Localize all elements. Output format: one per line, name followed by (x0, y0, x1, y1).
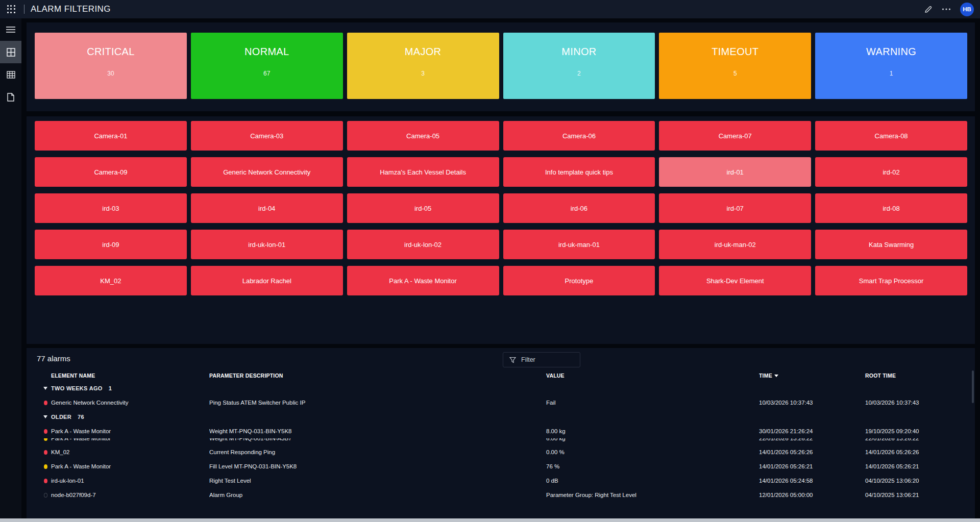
element-tile[interactable]: ird-05 (347, 193, 499, 223)
status-card-count: 5 (733, 70, 737, 77)
element-tile[interactable]: Prototype (503, 266, 655, 295)
column-header-root-time[interactable]: ROOT TIME (865, 372, 975, 379)
group-label: TWO WEEKS AGO (51, 385, 103, 391)
funnel-icon (509, 357, 516, 363)
alarm-element: Park A - Waste Monitor (51, 463, 209, 469)
element-tile[interactable]: ird-uk-man-02 (659, 230, 811, 259)
element-tile[interactable]: Shark-Dev Element (659, 266, 811, 295)
horizontal-scrollbar[interactable] (0, 518, 980, 522)
alarm-row[interactable]: node-b027f09d-7 Alarm Group Parameter Gr… (40, 488, 975, 502)
alarm-element: Generic Network Connectivity (51, 400, 209, 406)
status-card-timeout[interactable]: TIMEOUT 5 (659, 33, 811, 99)
alarm-time: 10/03/2026 10:37:43 (759, 400, 865, 406)
alarm-root-time: 04/10/2025 13:06:20 (865, 478, 975, 484)
alarm-row[interactable]: Generic Network Connectivity Ping Status… (40, 395, 975, 410)
element-tile-highlighted[interactable]: ird-01 (659, 157, 811, 187)
collapse-caret-icon[interactable] (43, 387, 47, 390)
status-card-critical[interactable]: CRITICAL 30 (35, 33, 187, 99)
alarm-value: 0 dB (546, 478, 759, 484)
alarm-value: Fail (546, 400, 759, 406)
table-grid-icon (7, 71, 15, 79)
alarm-row[interactable]: ird-uk-lon-01 Right Test Level 0 dB 14/0… (40, 474, 975, 488)
column-header-time[interactable]: TIME (759, 372, 865, 379)
group-count: 1 (109, 385, 112, 391)
element-tile[interactable]: Camera-09 (35, 157, 187, 187)
group-cell: TWO WEEKS AGO1 (51, 385, 209, 391)
scrollbar-thumb[interactable] (972, 370, 974, 403)
column-header-value[interactable]: VALUE (546, 372, 759, 379)
column-header-element[interactable]: ELEMENT NAME (51, 372, 209, 379)
more-options-icon[interactable] (942, 8, 951, 11)
element-tile[interactable]: Camera-03 (191, 121, 343, 151)
status-card-count: 1 (890, 70, 893, 77)
status-card-count: 2 (577, 70, 581, 77)
group-count: 76 (78, 414, 84, 420)
severity-dot (44, 429, 47, 434)
sidebar-item-dashboard[interactable] (0, 41, 21, 63)
alarm-parameter: Fill Level MT-PNQ-031-BIN-Y5K8 (209, 463, 546, 469)
element-tile[interactable]: Camera-05 (347, 121, 499, 151)
element-tile[interactable]: ird-02 (815, 157, 967, 187)
severity-dot (44, 464, 47, 469)
element-tile[interactable]: Smart Trap Processor (815, 266, 967, 295)
title-divider (24, 5, 24, 14)
alarm-row[interactable]: Park A - Waste Monitor Weight MT-PNQ-031… (40, 424, 975, 438)
element-tile[interactable]: Hamza's Each Vessel Details (347, 157, 499, 187)
element-tile[interactable]: ird-09 (35, 230, 187, 259)
element-tile[interactable]: Park A - Waste Monitor (347, 266, 499, 295)
status-card-label: TIMEOUT (712, 46, 758, 58)
alarm-element: ird-uk-lon-01 (51, 478, 209, 484)
status-card-major[interactable]: MAJOR 3 (347, 33, 499, 99)
element-tile[interactable]: ird-04 (191, 193, 343, 223)
element-tile[interactable]: Labrador Rachel (191, 266, 343, 295)
element-tile[interactable]: KM_02 (35, 266, 187, 295)
alarm-parameter: Ping Status ATEM Switcher Public IP (209, 400, 546, 406)
element-tile[interactable]: ird-07 (659, 193, 811, 223)
alarm-value: 8.00 kg (546, 428, 759, 434)
element-tile[interactable]: ird-uk-man-01 (503, 230, 655, 259)
edit-pencil-icon[interactable] (924, 5, 933, 14)
alarm-row-clipped[interactable]: Park A - Waste Monitor Weight MT-PNQ-001… (40, 438, 975, 445)
alarm-time: 22/01/2026 13:26:22 (759, 438, 865, 445)
alarm-value: 6.00 kg (546, 438, 759, 445)
alarm-group-row[interactable]: TWO WEEKS AGO1 (40, 381, 975, 395)
element-tile[interactable]: Camera-06 (503, 121, 655, 151)
element-tile[interactable]: Camera-01 (35, 121, 187, 151)
status-card-label: CRITICAL (87, 46, 135, 58)
element-tile[interactable]: ird-03 (35, 193, 187, 223)
element-tile[interactable]: ird-08 (815, 193, 967, 223)
element-tile[interactable]: ird-uk-lon-02 (347, 230, 499, 259)
alarm-group-row[interactable]: OLDER76 (40, 410, 975, 424)
element-tile[interactable]: Generic Network Connectivity (191, 157, 343, 187)
column-header-parameter[interactable]: PARAMETER DESCRIPTION (209, 372, 546, 379)
alarm-root-time: 22/01/2026 13:26:22 (865, 438, 975, 445)
collapse-caret-icon[interactable] (43, 415, 47, 418)
element-tile[interactable]: ird-uk-lon-01 (191, 230, 343, 259)
severity-dot (44, 450, 47, 455)
avatar[interactable]: HB (960, 3, 974, 16)
status-card-minor[interactable]: MINOR 2 (503, 33, 655, 99)
sidebar-item-document[interactable] (0, 86, 21, 108)
filter-button[interactable]: Filter (503, 352, 580, 367)
status-card-normal[interactable]: NORMAL 67 (191, 33, 343, 99)
alarm-root-time: 14/01/2026 05:26:26 (865, 449, 975, 455)
element-tile[interactable]: Kata Swarming (815, 230, 967, 259)
status-card-warning[interactable]: WARNING 1 (815, 33, 967, 99)
status-card-count: 67 (263, 70, 270, 77)
sidebar-item-menu[interactable] (0, 18, 21, 41)
alarm-root-time: 10/03/2026 10:37:43 (865, 400, 975, 406)
severity-dot (44, 438, 47, 441)
alarm-row[interactable]: Park A - Waste Monitor Fill Level MT-PNQ… (40, 459, 975, 474)
sidebar-item-table[interactable] (0, 63, 21, 86)
group-cell: OLDER76 (51, 414, 209, 420)
alarm-row[interactable]: KM_02 Current Responding Ping 0.00 % 14/… (40, 445, 975, 459)
apps-grid-icon[interactable] (7, 5, 15, 13)
element-tile[interactable]: ird-06 (503, 193, 655, 223)
alarm-parameter: Alarm Group (209, 492, 546, 498)
element-tile[interactable]: Info template quick tips (503, 157, 655, 187)
element-tiles-panel: Camera-01 Camera-03 Camera-05 Camera-06 … (27, 116, 975, 344)
element-tile[interactable]: Camera-07 (659, 121, 811, 151)
group-label: OLDER (51, 414, 71, 420)
status-card-label: WARNING (866, 46, 916, 58)
element-tile[interactable]: Camera-08 (815, 121, 967, 151)
